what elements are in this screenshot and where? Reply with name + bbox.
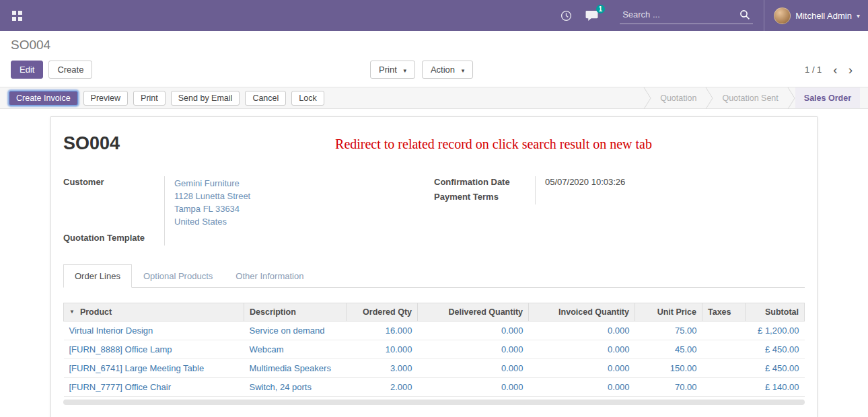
table-row[interactable]: [FURN_7777] Office Chair Switch, 24 port… (64, 378, 805, 397)
print-dropdown[interactable]: Print ▾ (370, 61, 415, 79)
cell-ordered-qty: 16.000 (347, 321, 418, 340)
left-field-group: Customer Gemini Furniture 1128 Lunetta S… (63, 176, 434, 245)
column-header-invoiced-quantity[interactable]: Invoiced Quantity (529, 303, 635, 321)
preview-button[interactable]: Preview (83, 91, 128, 106)
customer-city: Tampa FL 33634 (174, 202, 404, 215)
column-header-subtotal[interactable]: Subtotal (746, 303, 805, 321)
quotation-template-value (164, 232, 404, 245)
search-icon[interactable] (739, 9, 750, 23)
cell-ordered-qty: 10.000 (347, 340, 418, 359)
cell-taxes (702, 359, 746, 378)
lock-button[interactable]: Lock (291, 91, 324, 106)
global-search (620, 7, 753, 24)
breadcrumb: SO004 (11, 38, 857, 52)
user-menu[interactable]: Mitchell Admin ▾ (764, 0, 860, 31)
confirmation-date-label: Confirmation Date (434, 176, 535, 191)
avatar (774, 7, 791, 24)
tab-other-information[interactable]: Other Information (224, 264, 315, 288)
column-header-taxes[interactable]: Taxes (702, 303, 746, 321)
top-navbar: 1 Mitchell Admin ▾ (0, 0, 868, 31)
annotation-note: Redirect to related record on click sear… (335, 137, 652, 152)
apps-menu-icon[interactable] (8, 7, 26, 25)
column-header-product[interactable]: ▼Product (64, 303, 244, 321)
customer-label: Customer (63, 176, 164, 232)
cell-invoiced-qty: 0.000 (529, 378, 635, 397)
cell-ordered-qty: 3.000 (347, 359, 418, 378)
confirmation-date-value: 05/07/2020 10:03:26 (535, 176, 774, 191)
quotation-template-label: Quotation Template (63, 232, 164, 245)
cell-subtotal: £ 450.00 (746, 359, 805, 378)
cell-description: Multimedia Speakers (244, 359, 347, 378)
column-header-unit-price[interactable]: Unit Price (635, 303, 702, 321)
cell-taxes (702, 340, 746, 359)
cancel-button[interactable]: Cancel (245, 91, 286, 106)
create-invoice-button[interactable]: Create Invoice (9, 91, 78, 106)
tab-order-lines[interactable]: Order Lines (63, 264, 132, 288)
cell-unit-price: 150.00 (635, 359, 702, 378)
action-dropdown[interactable]: Action ▾ (422, 61, 473, 79)
column-header-ordered-qty[interactable]: Ordered Qty (347, 303, 418, 321)
column-header-delivered-quantity[interactable]: Delivered Quantity (418, 303, 529, 321)
statusbar: Create Invoice Preview Print Send by Ema… (0, 87, 868, 109)
table-row[interactable]: Virtual Interior Design Service on deman… (64, 321, 805, 340)
cell-subtotal: £ 140.00 (746, 378, 805, 397)
cell-taxes (702, 321, 746, 340)
cell-description: Switch, 24 ports (244, 378, 347, 397)
table-row[interactable]: [FURN_8888] Office Lamp Webcam 10.000 0.… (64, 340, 805, 359)
cell-ordered-qty: 2.000 (347, 378, 418, 397)
cell-delivered-qty: 0.000 (418, 340, 529, 359)
pager-next-button[interactable]: › (844, 63, 857, 76)
message-count-badge: 1 (596, 5, 606, 13)
order-lines-table: ▼Product Description Ordered Qty Deliver… (63, 303, 805, 397)
horizontal-scrollbar[interactable] (63, 400, 805, 405)
status-pipeline: Quotation Quotation Sent Sales Order (643, 87, 868, 108)
cell-description: Webcam (244, 340, 347, 359)
send-by-email-button[interactable]: Send by Email (171, 91, 240, 106)
pager-previous-button[interactable]: ‹ (828, 63, 842, 76)
cell-product[interactable]: [FURN_6741] Large Meeting Table (64, 359, 244, 378)
table-row[interactable]: [FURN_6741] Large Meeting Table Multimed… (64, 359, 805, 378)
activities-icon[interactable] (559, 9, 573, 23)
cell-unit-price: 75.00 (635, 321, 702, 340)
customer-name-link[interactable]: Gemini Furniture (174, 177, 404, 190)
user-name: Mitchell Admin (795, 11, 852, 21)
customer-value: Gemini Furniture 1128 Lunetta Street Tam… (164, 176, 404, 232)
chevron-down-icon: ▾ (403, 67, 406, 74)
edit-button[interactable]: Edit (11, 61, 43, 79)
chevron-separator-icon (705, 87, 713, 108)
cell-description: Service on demand (244, 321, 347, 340)
status-quotation-sent[interactable]: Quotation Sent (713, 87, 787, 108)
control-panel: SO004 Edit Create Print ▾ Action ▾ 1 / 1… (0, 31, 868, 87)
record-title: SO004 (63, 133, 120, 154)
chevron-down-icon: ▾ (857, 12, 860, 20)
cell-subtotal: £ 450.00 (746, 340, 805, 359)
cell-invoiced-qty: 0.000 (529, 359, 635, 378)
cell-product[interactable]: Virtual Interior Design (64, 321, 244, 340)
cell-delivered-qty: 0.000 (418, 321, 529, 340)
cell-unit-price: 70.00 (635, 378, 702, 397)
pager: 1 / 1 ‹ › (805, 63, 857, 76)
cell-subtotal: £ 1,200.00 (746, 321, 805, 340)
customer-country: United States (174, 215, 404, 228)
chevron-separator-icon (787, 87, 795, 108)
notebook-tabs: Order Lines Optional Products Other Info… (63, 264, 805, 288)
status-sales-order[interactable]: Sales Order (795, 87, 860, 108)
create-button[interactable]: Create (48, 61, 92, 79)
action-dropdown-label: Action (431, 65, 455, 75)
cell-product[interactable]: [FURN_8888] Office Lamp (64, 340, 244, 359)
sort-caret-icon: ▼ (69, 309, 75, 315)
pager-value: 1 / 1 (805, 65, 822, 75)
messages-icon[interactable]: 1 (584, 9, 600, 23)
print-button[interactable]: Print (133, 91, 166, 106)
cell-invoiced-qty: 0.000 (529, 321, 635, 340)
print-dropdown-label: Print (379, 65, 397, 75)
tab-optional-products[interactable]: Optional Products (132, 264, 224, 288)
search-input[interactable] (620, 7, 753, 24)
status-quotation[interactable]: Quotation (651, 87, 705, 108)
cell-taxes (702, 378, 746, 397)
column-header-description[interactable]: Description (244, 303, 347, 321)
cell-product[interactable]: [FURN_7777] Office Chair (64, 378, 244, 397)
payment-terms-value (535, 191, 774, 204)
cell-unit-price: 45.00 (635, 340, 702, 359)
cell-delivered-qty: 0.000 (418, 359, 529, 378)
